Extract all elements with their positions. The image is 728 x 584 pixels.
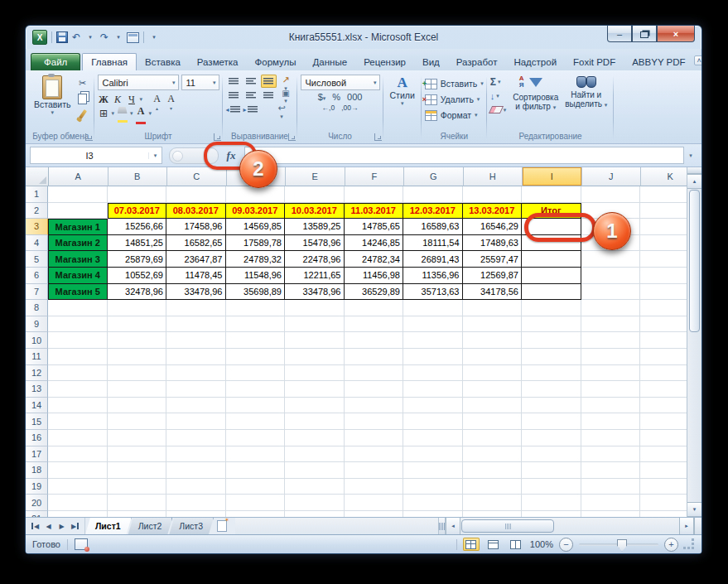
- cell-B3[interactable]: 15256,66: [108, 219, 167, 235]
- cell-G3[interactable]: 16589,63: [403, 219, 463, 235]
- cell-B4[interactable]: 14851,25: [108, 235, 167, 252]
- cell-H2[interactable]: 13.03.2017: [463, 203, 523, 220]
- prev-sheet-button[interactable]: ◀: [42, 520, 55, 532]
- cell-K21[interactable]: [640, 511, 687, 517]
- cell-B12[interactable]: [108, 365, 167, 382]
- cell-C7[interactable]: 33478,96: [166, 284, 226, 301]
- cell-D20[interactable]: [226, 495, 286, 511]
- cell-H19[interactable]: [463, 479, 523, 495]
- cell-H12[interactable]: [463, 365, 523, 382]
- cell-E20[interactable]: [285, 495, 345, 511]
- bold-button[interactable]: Ж: [98, 93, 110, 106]
- paste-button[interactable]: Вставить ▾: [31, 73, 75, 131]
- cell-C18[interactable]: [166, 462, 226, 479]
- page-layout-view-button[interactable]: [485, 538, 502, 551]
- cell-I9[interactable]: [522, 316, 581, 333]
- cell-K15[interactable]: [640, 413, 687, 430]
- ribbon-tab-Разработ[interactable]: Разработ: [448, 54, 506, 70]
- normal-view-button[interactable]: [463, 538, 480, 551]
- cell-H13[interactable]: [463, 381, 523, 398]
- sheet-tab-Лист3[interactable]: Лист3: [169, 518, 214, 534]
- cell-K10[interactable]: [640, 332, 687, 349]
- undo-button[interactable]: ↶: [70, 31, 82, 44]
- cell-A19[interactable]: [48, 479, 108, 495]
- cell-G5[interactable]: 26891,43: [403, 251, 463, 268]
- cell-F16[interactable]: [345, 430, 404, 446]
- cell-C12[interactable]: [166, 365, 226, 382]
- cell-J13[interactable]: [581, 381, 641, 398]
- align-right-button[interactable]: [261, 89, 277, 102]
- cell-E18[interactable]: [285, 462, 345, 479]
- cell-J21[interactable]: [581, 511, 641, 517]
- row-header-5[interactable]: 5: [26, 251, 48, 268]
- cell-I19[interactable]: [522, 479, 581, 495]
- cell-F1[interactable]: [345, 186, 404, 203]
- cell-G9[interactable]: [403, 316, 463, 333]
- cell-J6[interactable]: [581, 268, 641, 284]
- column-header-B[interactable]: B: [108, 167, 168, 186]
- column-header-C[interactable]: C: [167, 167, 227, 186]
- first-sheet-button[interactable]: ◀: [29, 520, 41, 532]
- sort-filter-button[interactable]: АЯ Сортировка и фильтр ▾: [509, 73, 562, 131]
- cell-B10[interactable]: [108, 332, 167, 349]
- cell-G21[interactable]: [403, 511, 463, 517]
- cell-J18[interactable]: [581, 462, 641, 479]
- cell-G20[interactable]: [403, 495, 463, 511]
- print-preview-button[interactable]: [127, 31, 139, 44]
- cell-J19[interactable]: [581, 479, 641, 495]
- cell-D5[interactable]: 24789,32: [226, 251, 286, 268]
- cell-styles-button[interactable]: А Стили ▾: [387, 73, 418, 131]
- cell-E14[interactable]: [285, 398, 345, 414]
- row-header-2[interactable]: 2: [26, 203, 48, 220]
- zoom-out-button[interactable]: −: [559, 538, 573, 552]
- cell-I16[interactable]: [522, 430, 581, 446]
- cell-F10[interactable]: [345, 332, 404, 349]
- cell-E1[interactable]: [285, 186, 345, 203]
- cut-button[interactable]: ✂: [75, 76, 91, 89]
- align-middle-button[interactable]: [243, 75, 259, 88]
- excel-app-icon[interactable]: X: [32, 30, 47, 45]
- cell-C4[interactable]: 16582,65: [166, 235, 226, 252]
- cell-C10[interactable]: [166, 332, 226, 349]
- cell-K14[interactable]: [640, 398, 687, 414]
- cell-H9[interactable]: [463, 316, 523, 333]
- orientation-button[interactable]: ↗▾: [278, 75, 294, 88]
- cell-E9[interactable]: [285, 316, 345, 333]
- row-header-3[interactable]: 3: [26, 219, 48, 235]
- zoom-slider-track[interactable]: [579, 543, 658, 546]
- cell-A16[interactable]: [48, 430, 108, 446]
- cell-J16[interactable]: [581, 430, 641, 446]
- cell-I10[interactable]: [522, 332, 581, 349]
- cell-A12[interactable]: [48, 365, 108, 382]
- align-bottom-button[interactable]: [261, 75, 277, 88]
- cell-E15[interactable]: [285, 413, 345, 430]
- column-header-A[interactable]: A: [49, 167, 108, 186]
- cell-D13[interactable]: [226, 381, 286, 398]
- fill-button[interactable]: ↓▾: [490, 89, 507, 102]
- cell-E17[interactable]: [285, 446, 345, 463]
- decrease-decimal-button[interactable]: ,00→: [341, 104, 358, 112]
- cell-E3[interactable]: 13589,25: [285, 219, 345, 235]
- cell-G7[interactable]: 35713,63: [403, 284, 463, 301]
- cell-K20[interactable]: [640, 495, 687, 511]
- cell-F9[interactable]: [345, 316, 404, 333]
- alignment-dialog-launcher[interactable]: [288, 133, 296, 141]
- cell-K19[interactable]: [640, 479, 687, 495]
- decrease-indent-button[interactable]: ◂: [226, 103, 242, 116]
- title-bar[interactable]: Книга55551.xlsx - Microsoft Excel X ↶ ▾ …: [26, 26, 701, 49]
- cell-C8[interactable]: [166, 300, 226, 316]
- cell-E16[interactable]: [285, 430, 345, 446]
- font-color-dropdown[interactable]: ▾: [149, 110, 152, 117]
- cell-G18[interactable]: [403, 462, 463, 479]
- column-header-I[interactable]: I: [523, 167, 582, 186]
- cell-G4[interactable]: 18111,54: [403, 235, 463, 252]
- row-header-11[interactable]: 11: [26, 349, 48, 365]
- cell-G6[interactable]: 11356,96: [403, 268, 463, 284]
- cell-G19[interactable]: [403, 479, 463, 495]
- cell-I1[interactable]: [522, 186, 581, 203]
- cell-E21[interactable]: [285, 511, 345, 517]
- cell-E12[interactable]: [285, 365, 345, 382]
- cell-F21[interactable]: [345, 511, 404, 517]
- ribbon-tab-Разметка[interactable]: Разметка: [189, 54, 247, 70]
- cell-E8[interactable]: [285, 300, 345, 316]
